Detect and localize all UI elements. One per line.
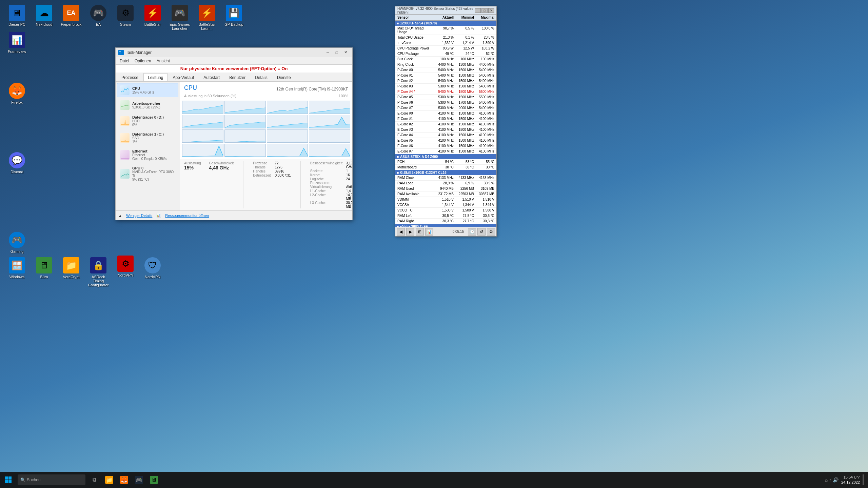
- menu-datei[interactable]: Datei: [117, 57, 132, 65]
- sidebar-item-cpu[interactable]: CPU 15% 4,46 GHz: [117, 83, 178, 97]
- hwinfo-row-pkg-temp[interactable]: CPU Package 49 °C 24 °C 52 °C: [395, 51, 496, 57]
- hwinfo-minimize-button[interactable]: _: [475, 8, 481, 13]
- hwinfo-settings-button[interactable]: ⚙: [487, 228, 495, 236]
- taskbar-firefox[interactable]: 🦊: [117, 472, 132, 487]
- hwinfo-row-ecore7[interactable]: E-Core #7 4100 MHz 1500 MHz 4100 MHz: [395, 149, 496, 154]
- hwinfo-row-ecore5[interactable]: E-Core #5 4100 MHz 1500 MHz 4100 MHz: [395, 138, 496, 143]
- menu-optionen[interactable]: Optionen: [132, 57, 154, 65]
- hwinfo-maximize-button[interactable]: □: [481, 8, 488, 13]
- desktop-icon-windows[interactable]: 🪟 Windows: [3, 256, 31, 280]
- tab-details[interactable]: Details: [251, 73, 272, 81]
- sidebar-item-disk1[interactable]: Datenträger 1 (C:) SSD 1%: [117, 130, 178, 146]
- tab-app-verlauf[interactable]: App-Verlauf: [168, 73, 198, 81]
- hwinfo-row-ecore0[interactable]: E-Core #0 4100 MHz 1500 MHz 4100 MHz: [395, 111, 496, 116]
- hwinfo-row-pcore5[interactable]: P-Core #5 5300 MHz 1500 MHz 5500 MHz: [395, 95, 496, 100]
- taskbar-clock[interactable]: 15:54 Uhr 24.12.2022: [841, 475, 860, 485]
- hwinfo-close-button[interactable]: ✕: [488, 8, 494, 13]
- desktop-icon-ea[interactable]: EA Piepenbrock: [58, 3, 85, 28]
- desktop-icon-buro[interactable]: 📁 VeraCrypt: [58, 256, 85, 280]
- taskbar-task-view[interactable]: ⧉: [87, 472, 102, 487]
- hwinfo-row-ecore3[interactable]: E-Core #3 4100 MHz 1500 MHz 4100 MHz: [395, 127, 496, 133]
- hwinfo-row-pcore0[interactable]: P-Core #0 5400 MHz 1500 MHz 5400 MHz: [395, 67, 496, 73]
- l1-value: 1,4 MB: [346, 189, 352, 193]
- close-button[interactable]: ✕: [341, 49, 350, 56]
- tab-prozesse[interactable]: Prozesse: [117, 73, 143, 81]
- hwinfo-row-pkg-power[interactable]: CPU Package Power 93,9 W 12,5 W 103,2 W: [395, 46, 496, 51]
- desktop-icon-firefox[interactable]: 🦊 Firefox: [3, 81, 31, 106]
- desktop-icon-asrock[interactable]: ⚙ NordVPN: [112, 254, 139, 279]
- open-monitor-link[interactable]: Ressourcenmonitor öffnen: [165, 214, 209, 218]
- taskbar-search[interactable]: 🔍 Suchen: [18, 474, 85, 485]
- hwinfo-row-ecore1[interactable]: E-Core #1 4100 MHz 1500 MHz 4100 MHz: [395, 116, 496, 122]
- hwinfo-row-pcore7[interactable]: P-Core #7 5300 MHz 2000 MHz 5400 MHz: [395, 105, 496, 111]
- sidebar-item-disk0[interactable]: Datenträger 0 (D:) HDD 0%: [117, 113, 178, 129]
- hwinfo-row-pcore1[interactable]: P-Core #1 5400 MHz 1500 MHz 5400 MHz: [395, 73, 496, 78]
- hwinfo-clock-button[interactable]: 🕐: [468, 228, 476, 236]
- hwinfo-row-ring-clock[interactable]: Ring Clock 4400 MHz 1300 MHz 4400 MHz: [395, 62, 496, 67]
- start-button[interactable]: [0, 472, 16, 488]
- hwinfo-row-total-cpu[interactable]: Total CPU Usage 21,3 % 0,1 % 23,5 %: [395, 35, 496, 40]
- hwinfo-row-ecore6[interactable]: E-Core #6 4100 MHz 1500 MHz 4100 MHz: [395, 143, 496, 149]
- desktop-icon-battlestar[interactable]: ⚡ BattleStar: [139, 3, 166, 28]
- hwinfo-refresh-button[interactable]: ↺: [477, 228, 486, 236]
- hwinfo-chart-button[interactable]: 📊: [425, 228, 433, 236]
- cpu-core-graph-7: [309, 115, 350, 128]
- clock-time: 15:54 Uhr: [841, 475, 860, 480]
- hwinfo-row-vccq[interactable]: VCCQ TC 1,500 V 1,500 V 1,500 V: [395, 208, 496, 213]
- desktop-icon-epic[interactable]: 🎮 Epic Games Launcher: [166, 3, 193, 32]
- hwinfo-row-pcore3[interactable]: P-Core #3 5300 MHz 1500 MHz 5400 MHz: [395, 84, 496, 89]
- hwinfo-row-ram-avail[interactable]: RAM Available 23172 MB 22503 MB 30357 MB: [395, 191, 496, 197]
- show-desktop-button[interactable]: [863, 474, 864, 485]
- hwinfo-row-bus-clock[interactable]: Bus Clock 100 MHz 100 MHz 100 MHz: [395, 57, 496, 62]
- less-details-link[interactable]: Weniger Details: [126, 214, 152, 218]
- hwinfo-prev-button[interactable]: ◀: [397, 228, 405, 236]
- desktop-icon-discord[interactable]: 💬 Discord: [3, 151, 31, 175]
- task-manager-title: Task-Manager: [126, 50, 324, 55]
- hwinfo-row-ram-clock[interactable]: RAM Clock 4133 MHz 4133 MHz 4133 MHz: [395, 175, 496, 181]
- desktop-icon-gaming[interactable]: 🎮 Gaming: [3, 230, 31, 255]
- hwinfo-row-pcore2[interactable]: P-Core #2 5400 MHz 1500 MHz 5400 MHz: [395, 78, 496, 84]
- hwinfo-row-ecore2[interactable]: E-Core #2 4100 MHz 1500 MHz 4100 MHz: [395, 122, 496, 127]
- taskbar-server[interactable]: 🖥: [146, 472, 161, 487]
- hwinfo-row-vcore[interactable]: ∟ vCore 1,332 V 1,214 V 1,390 V: [395, 40, 496, 46]
- desktop-icon-server[interactable]: 🖥 Büro: [31, 256, 58, 280]
- desktop-icon-gp-backup[interactable]: 💾 GP Backup: [220, 3, 248, 28]
- stat-speed: Geschwindigkeit 4,46 GHz: [209, 161, 234, 208]
- hwinfo-row-ram-right[interactable]: RAM Right 30,3 °C 27,7 °C 30,3 °C: [395, 219, 496, 224]
- hwinfo-row-pcore6[interactable]: P-Core #6 5300 MHz 1700 MHz 5400 MHz: [395, 100, 496, 105]
- hwinfo-row-vccsa[interactable]: VCCSA 1,344 V 1,344 V 1,344 V: [395, 202, 496, 208]
- taskbar-steam[interactable]: 🎮: [132, 472, 146, 487]
- desktop-icon-nordvpn[interactable]: 🛡 NordVPN: [139, 256, 166, 280]
- sidebar-item-gpu[interactable]: GPU 0 NVIDIA GeForce RTX 3080 Ti 9% (31 …: [117, 164, 178, 184]
- hwinfo-row-ram-used[interactable]: RAM Used 9440 MB 2256 MB 3109 MB: [395, 186, 496, 191]
- sidebar-item-memory[interactable]: Arbeitsspeicher 9,3/31,8 GB (29%): [117, 98, 178, 112]
- hwinfo-row-pch[interactable]: PCH 54 °C 53 °C 55 °C: [395, 159, 496, 165]
- desktop-icon-steam[interactable]: 🎮 EA: [85, 3, 112, 28]
- taskbar-file-explorer[interactable]: 📁: [102, 472, 117, 487]
- maximize-button[interactable]: □: [333, 49, 341, 56]
- hwinfo-row-ram-load[interactable]: RAM Load 28,9 % 6,9 % 30,9 %: [395, 181, 496, 186]
- hwinfo-reset-button[interactable]: ⊞: [416, 228, 424, 236]
- hwinfo-next-button[interactable]: ▶: [406, 228, 414, 236]
- nextcloud-icon: ☁: [36, 5, 52, 21]
- tab-dienste[interactable]: Dienste: [273, 73, 295, 81]
- sidebar-item-ethernet[interactable]: Ethernet Ethernet Ges.: 0 Empf.: 0 KBit/…: [117, 147, 178, 163]
- hwinfo-row-max-cpu[interactable]: Max CPU/Thread Usage 90,7 % 0,5 % 100,0 …: [395, 26, 496, 35]
- hwinfo-row-vdimm[interactable]: VDIMM 1,510 V 1,510 V 1,510 V: [395, 197, 496, 202]
- ethernet-mini-graph: [120, 150, 130, 160]
- desktop-icon-frameview[interactable]: 📊 Frameview: [3, 30, 31, 55]
- minimize-button[interactable]: ─: [324, 49, 332, 56]
- menu-ansicht[interactable]: Ansicht: [154, 57, 173, 65]
- desktop-icon-dieser-pc[interactable]: 🖥 Dieser PC: [3, 3, 31, 28]
- tab-leistung[interactable]: Leistung: [143, 73, 167, 81]
- tab-benutzer[interactable]: Benutzer: [225, 73, 250, 81]
- desktop-icon-veracrypt[interactable]: 🔒 ASRock Timing Configurator: [85, 256, 112, 288]
- hwinfo-row-ram-left[interactable]: RAM Left 30,5 °C 27,8 °C 30,5 °C: [395, 213, 496, 219]
- desktop-icon-battlestar2[interactable]: ⚡ BattleStar Laun...: [193, 3, 220, 32]
- hwinfo-row-ecore4[interactable]: E-Core #4 4100 MHz 1500 MHz 4100 MHz: [395, 133, 496, 138]
- tab-autostart[interactable]: Autostart: [199, 73, 224, 81]
- hwinfo-row-pcore4[interactable]: P-Core #4 * 5400 MHz 1500 MHz 5500 MHz: [395, 89, 496, 95]
- desktop-icon-steam2[interactable]: ⚙ Steam: [112, 3, 139, 28]
- desktop-icon-nextcloud[interactable]: ☁ Nextcloud: [31, 3, 58, 28]
- hwinfo-row-mobo[interactable]: Motherboard 30 °C 30 °C 30 °C: [395, 165, 496, 170]
